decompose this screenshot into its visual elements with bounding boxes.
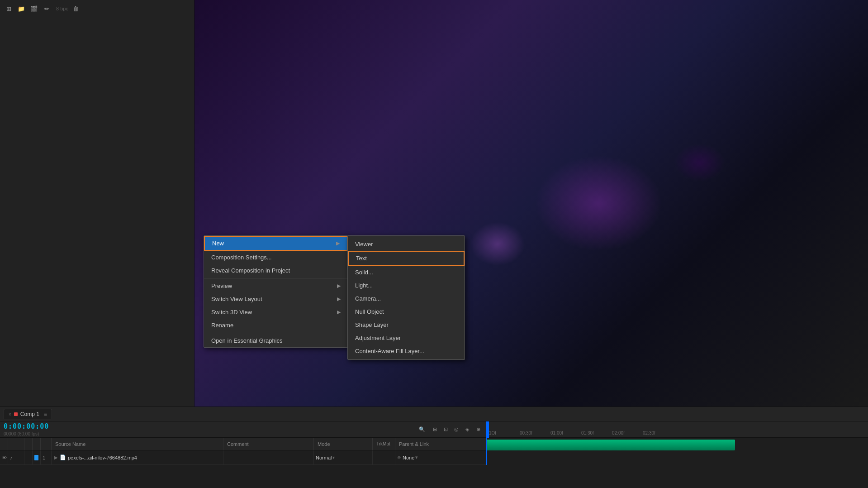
submenu-null-label: Null Object: [355, 308, 384, 315]
menu-comp-settings-label: Composition Settings...: [211, 254, 272, 261]
menu-rename-label: Rename: [211, 322, 233, 329]
context-menu: New ▶ Composition Settings... Reveal Com…: [204, 235, 348, 348]
menu-new-label: New: [212, 240, 224, 247]
submenu-camera-label: Camera...: [355, 295, 381, 302]
submenu-shape-label: Shape Layer: [355, 321, 389, 328]
menu-item-preview[interactable]: Preview ▶: [204, 279, 348, 292]
submenu-item-shape-layer[interactable]: Shape Layer: [348, 318, 465, 331]
menu-open-essential-label: Open in Essential Graphics: [211, 337, 283, 344]
submenu-item-light[interactable]: Light...: [348, 279, 465, 292]
menu-switch-view-arrow: ▶: [337, 296, 341, 302]
menu-switch-3d-arrow: ▶: [337, 309, 341, 315]
menu-switch-view-label: Switch View Layout: [211, 296, 262, 302]
menu-item-switch-view-layout[interactable]: Switch View Layout ▶: [204, 292, 348, 306]
menu-item-rename[interactable]: Rename: [204, 319, 348, 332]
submenu-viewer-label: Viewer: [355, 241, 373, 248]
menu-item-composition-settings[interactable]: Composition Settings...: [204, 251, 348, 264]
menu-preview-label: Preview: [211, 282, 232, 289]
menu-item-reveal-composition[interactable]: Reveal Composition in Project: [204, 264, 348, 277]
submenu-solid-label: Solid...: [355, 269, 373, 276]
submenu-item-camera[interactable]: Camera...: [348, 292, 465, 305]
submenu-item-viewer[interactable]: Viewer: [348, 238, 465, 251]
submenu-adjustment-label: Adjustment Layer: [355, 335, 401, 341]
menu-item-new[interactable]: New ▶: [204, 236, 348, 251]
submenu-new: Viewer Text Solid... Light... Camera... …: [347, 235, 465, 360]
context-menu-overlay: New ▶ Composition Settings... Reveal Com…: [0, 0, 868, 488]
menu-reveal-label: Reveal Composition in Project: [211, 267, 290, 274]
submenu-item-content-aware[interactable]: Content-Aware Fill Layer...: [348, 344, 465, 358]
submenu-item-adjustment-layer[interactable]: Adjustment Layer: [348, 331, 465, 344]
submenu-text-label: Text: [356, 255, 367, 262]
submenu-content-aware-label: Content-Aware Fill Layer...: [355, 348, 424, 354]
submenu-item-null-object[interactable]: Null Object: [348, 305, 465, 318]
menu-preview-arrow: ▶: [337, 283, 341, 289]
menu-item-open-essential[interactable]: Open in Essential Graphics: [204, 334, 348, 347]
submenu-item-solid[interactable]: Solid...: [348, 266, 465, 279]
submenu-light-label: Light...: [355, 282, 373, 289]
menu-item-switch-3d-view[interactable]: Switch 3D View ▶: [204, 306, 348, 319]
menu-separator-2: [204, 333, 348, 333]
menu-new-arrow: ▶: [336, 240, 340, 246]
menu-separator-1: [204, 278, 348, 278]
menu-switch-3d-label: Switch 3D View: [211, 309, 252, 316]
submenu-item-text[interactable]: Text: [348, 251, 465, 266]
